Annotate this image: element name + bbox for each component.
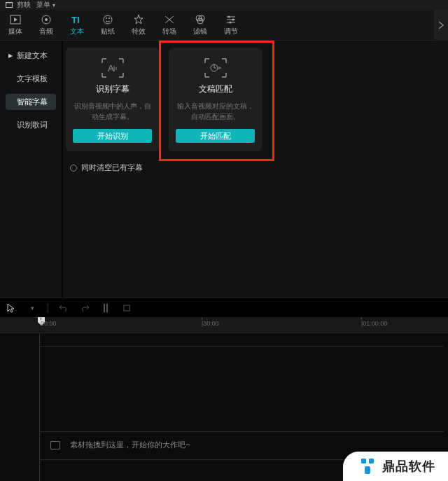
card-desc: 输入音视频对应的文稿，自动匹配画面。 [176, 101, 255, 122]
svg-point-12 [232, 18, 234, 20]
tab-media[interactable]: 媒体 [0, 10, 31, 40]
placeholder-text: 素材拖拽到这里，开始你的大作吧~ [70, 440, 190, 450]
card-desc: 识别音视频中的人声，自动生成字幕。 [73, 101, 152, 122]
tab-filter[interactable]: 滤镜 [185, 10, 216, 40]
text-icon: TI [71, 14, 83, 25]
ruler-mark: 00:00 [41, 320, 57, 327]
timeline-toolbar: ▾ [0, 298, 448, 317]
sidebar-item-templates[interactable]: 文字模板 [6, 71, 56, 87]
ruler-mark: |30:00 [202, 320, 219, 327]
app-name: 剪映 [17, 0, 31, 10]
svg-text:TI: TI [71, 15, 80, 25]
card-recognize-subtitle: A 识别字幕 识别音视频中的人声，自动生成字幕。 开始识别 [66, 48, 159, 151]
sticker-icon [102, 14, 113, 25]
clip-icon [50, 441, 60, 449]
audio-icon [41, 14, 52, 25]
tab-text[interactable]: TI 文本 [62, 10, 92, 40]
cursor-tool[interactable] [6, 302, 17, 314]
svg-rect-17 [106, 304, 108, 312]
timeline-ruler[interactable]: 00:00 |30:00 |01:00:00 [0, 317, 448, 333]
tab-effect[interactable]: 特效 [123, 10, 154, 40]
svg-point-5 [104, 15, 112, 24]
recognize-icon: A [101, 56, 125, 79]
ruler-mark: |01:00:00 [361, 320, 387, 327]
watermark-text: 鼎品软件 [382, 458, 435, 475]
svg-point-3 [45, 18, 48, 21]
svg-rect-18 [124, 305, 130, 311]
svg-rect-19 [361, 459, 366, 463]
redo-button[interactable] [79, 302, 90, 314]
sidebar-item-new-text[interactable]: ▶ 新建文本 [6, 48, 56, 64]
transition-icon [164, 14, 175, 25]
svg-text:A: A [108, 63, 114, 74]
svg-point-11 [228, 15, 230, 18]
expand-icon: ▶ [8, 53, 14, 59]
title-bar: 剪映 菜单 ▾ [0, 0, 448, 10]
chevron-down-icon[interactable]: ▾ [27, 302, 38, 314]
svg-rect-21 [365, 466, 370, 474]
text-sidebar: ▶ 新建文本 文字模板 智能字幕 识别歌词 [0, 41, 62, 298]
delete-button[interactable] [121, 302, 132, 314]
tab-sticker[interactable]: 贴纸 [92, 10, 123, 40]
content-panel: A 识别字幕 识别音视频中的人声，自动生成字幕。 开始识别 文稿匹配 输入音视频… [62, 41, 448, 298]
sidebar-item-lyrics[interactable]: 识别歌词 [6, 117, 56, 133]
match-button[interactable]: 开始匹配 [176, 129, 255, 143]
card-title: 文稿匹配 [199, 83, 232, 95]
watermark: 鼎品软件 [343, 452, 448, 481]
menu-dropdown[interactable]: 菜单 ▾ [36, 0, 55, 10]
tab-audio[interactable]: 音频 [31, 10, 62, 40]
svg-point-6 [106, 18, 107, 19]
checkbox-icon[interactable] [70, 165, 77, 172]
menu-label: 菜单 [36, 0, 50, 10]
undo-button[interactable] [58, 302, 69, 314]
clear-existing-label: 同时清空已有字幕 [81, 162, 143, 173]
chevron-down-icon: ▾ [52, 2, 55, 8]
empty-track-hint: 素材拖拽到这里，开始你的大作吧~ [50, 440, 190, 450]
svg-rect-20 [369, 459, 374, 463]
media-icon [10, 14, 21, 25]
top-tabs: 媒体 音频 TI 文本 贴纸 特效 转场 滤镜 调节 [0, 10, 448, 41]
sidebar-item-smart-subtitle[interactable]: 智能字幕 [6, 94, 56, 110]
filter-icon [195, 14, 206, 25]
tab-adjust[interactable]: 调节 [216, 10, 246, 40]
effect-icon [133, 14, 144, 25]
card-match-transcript: 文稿匹配 输入音视频对应的文稿，自动匹配画面。 开始匹配 [169, 48, 262, 151]
adjust-icon [225, 14, 237, 25]
svg-point-13 [230, 21, 232, 23]
split-button[interactable] [100, 302, 111, 314]
tab-transition[interactable]: 转场 [154, 10, 185, 40]
match-icon [204, 56, 227, 79]
svg-rect-0 [6, 3, 13, 8]
watermark-logo-icon [358, 457, 377, 475]
svg-point-7 [108, 18, 110, 19]
card-title: 识别字幕 [96, 83, 130, 95]
main-area: ▶ 新建文本 文字模板 智能字幕 识别歌词 A 识别字幕 识别音视频中的人声，自… [0, 41, 448, 298]
app-logo-icon [4, 1, 14, 9]
recognize-button[interactable]: 开始识别 [73, 129, 152, 143]
clear-existing-row[interactable]: 同时清空已有字幕 [70, 162, 445, 173]
svg-rect-16 [104, 304, 105, 312]
panel-toggle[interactable] [434, 10, 448, 40]
